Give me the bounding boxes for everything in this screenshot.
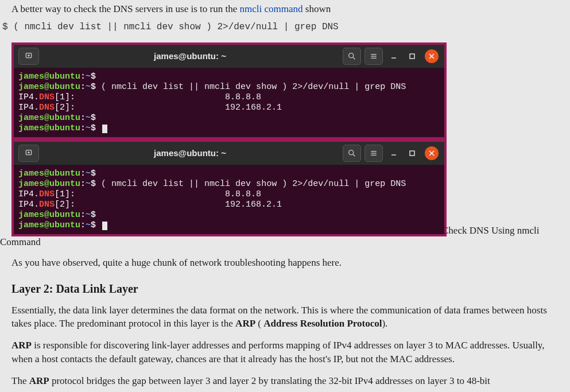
intro-paragraph: A better way to check the DNS servers in… <box>11 2 559 16</box>
terminal-title: james@ubuntu: ~ <box>39 51 341 61</box>
nmcli-link[interactable]: nmcli command <box>240 3 303 14</box>
svg-line-16 <box>353 154 355 156</box>
text-span: ( <box>255 318 263 329</box>
svg-line-4 <box>353 57 355 59</box>
svg-point-15 <box>349 150 354 154</box>
menu-button[interactable] <box>365 145 383 162</box>
svg-rect-9 <box>410 54 414 59</box>
layer2-para-1: Essentially, the data link layer determi… <box>11 304 559 331</box>
terminal-title: james@ubuntu: ~ <box>39 148 341 158</box>
menu-button[interactable] <box>365 48 383 65</box>
cursor-icon <box>102 125 107 133</box>
arp-bold: ARP <box>29 375 49 386</box>
intro-text-2: shown <box>303 3 331 14</box>
terminal-line: james@ubuntu:~$ ( nmcli dev list || nmcl… <box>18 82 440 92</box>
terminal-line: james@ubuntu:~$ ( nmcli dev list || nmcl… <box>18 179 440 189</box>
minimize-button[interactable] <box>386 48 401 64</box>
terminal-body: james@ubuntu:~$ james@ubuntu:~$ ( nmcli … <box>14 165 444 234</box>
terminal-line: james@ubuntu:~$ <box>18 169 440 179</box>
text-span: protocol bridges the gap between layer 3… <box>49 375 490 386</box>
maximize-button[interactable] <box>405 145 420 161</box>
observed-paragraph: As you have observed, quite a huge chunk… <box>11 256 559 270</box>
new-tab-button[interactable] <box>18 145 39 162</box>
terminal-window-1: james@ubuntu: ~ james@ubuntu:~$ james@ub… <box>11 42 447 139</box>
close-button[interactable] <box>425 146 439 160</box>
terminal-line: james@ubuntu:~$ <box>18 210 440 220</box>
terminal-body: james@ubuntu:~$ james@ubuntu:~$ ( nmcli … <box>14 68 444 137</box>
arp-bold: ARP <box>11 340 32 351</box>
layer2-para-2: ARP is responsible for discovering link-… <box>11 339 559 366</box>
shell-command-block: $ ( nmcli dev list || nmcli dev show ) 2… <box>0 22 570 32</box>
new-tab-button[interactable] <box>18 48 39 65</box>
terminal-line: james@ubuntu:~$ <box>18 113 440 123</box>
text-span: The <box>11 375 29 386</box>
search-button[interactable] <box>343 48 361 65</box>
arp-bold: ARP <box>235 318 255 329</box>
arp-fullname-bold: Address Resolution Protocol <box>263 318 382 329</box>
terminal-window-2: james@ubuntu: ~ james@ubuntu:~$ james@ub… <box>11 139 447 236</box>
cursor-icon <box>102 222 107 230</box>
layer2-para-3: The ARP protocol bridges the gap between… <box>11 374 559 388</box>
terminal-line: IP4.DNS[1]: 8.8.8.8 <box>18 189 440 200</box>
close-button[interactable] <box>425 49 439 63</box>
maximize-button[interactable] <box>405 48 420 64</box>
terminal-line: james@ubuntu:~$ <box>18 220 440 231</box>
terminal-line: james@ubuntu:~$ <box>18 123 440 134</box>
terminal-line: IP4.DNS[2]: 192.168.2.1 <box>18 200 440 210</box>
svg-point-3 <box>349 53 354 57</box>
text-span: ). <box>382 318 387 329</box>
terminal-line: IP4.DNS[2]: 192.168.2.1 <box>18 103 440 113</box>
terminal-image-wrap: james@ubuntu: ~ james@ubuntu:~$ james@ub… <box>11 42 442 236</box>
text-span: is responsible for discovering link-laye… <box>11 340 545 364</box>
minimize-button[interactable] <box>386 145 401 161</box>
svg-rect-21 <box>410 151 414 156</box>
terminal-line: james@ubuntu:~$ <box>18 72 440 82</box>
intro-text-1: A better way to check the DNS servers in… <box>11 3 240 14</box>
terminal-line: IP4.DNS[1]: 8.8.8.8 <box>18 92 440 103</box>
terminal-titlebar: james@ubuntu: ~ <box>14 45 444 68</box>
terminal-titlebar: james@ubuntu: ~ <box>14 142 444 165</box>
search-button[interactable] <box>343 145 361 162</box>
layer2-heading: Layer 2: Data Link Layer <box>11 282 559 296</box>
